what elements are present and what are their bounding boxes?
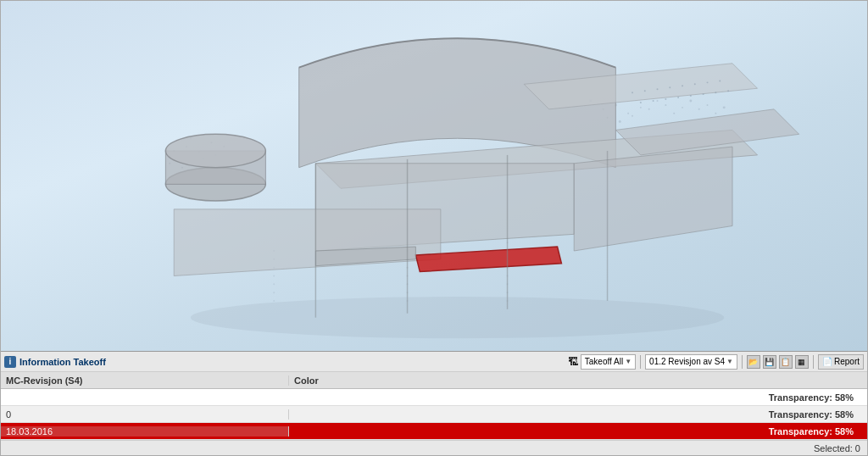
svg-point-61 — [657, 88, 659, 90]
svg-point-34 — [273, 300, 275, 302]
svg-point-32 — [273, 283, 275, 285]
revision-label: 01.2 Revisjon av S4 — [649, 357, 725, 366]
info-icon: i — [4, 356, 16, 368]
svg-point-33 — [273, 292, 275, 293]
table-header: MC-Revisjon (S4) Color — [1, 372, 867, 389]
selected-count: Selected: 0 — [814, 443, 860, 453]
svg-point-19 — [657, 100, 659, 102]
svg-point-69 — [665, 98, 666, 100]
svg-point-53 — [165, 134, 265, 167]
toolbar-right: 🏗 Takeoff All ▼ 01.2 Revisjon av S4 ▼ 📂 … — [568, 354, 864, 370]
report-label: Report — [834, 357, 860, 366]
svg-point-71 — [690, 95, 692, 97]
chevron-down-icon-2: ▼ — [726, 358, 733, 365]
copy-icon[interactable]: 📋 — [779, 355, 793, 369]
col1-header: MC-Revisjon (S4) — [1, 375, 289, 386]
col2-header: Color — [289, 375, 867, 386]
svg-point-17 — [632, 115, 633, 117]
report-icon: 📄 — [822, 357, 832, 366]
table-row: Transparency: 58% — [1, 389, 867, 406]
chevron-down-icon: ▼ — [625, 358, 632, 365]
toolbar-title-text: Information Takeoff — [19, 357, 106, 367]
row3-col1: 18.03.2016 — [1, 426, 289, 437]
takeoff-all-label: Takeoff All — [585, 357, 623, 366]
row3-transparency: Transparency: 58% — [769, 426, 862, 437]
svg-point-62 — [669, 86, 670, 88]
svg-point-23 — [689, 100, 692, 103]
svg-point-25 — [707, 104, 709, 106]
svg-point-24 — [698, 108, 700, 110]
toolbar-left: i Information Takeoff — [4, 356, 106, 368]
status-bar: Selected: 0 — [1, 440, 867, 455]
svg-point-21 — [673, 113, 675, 114]
takeoff-all-dropdown[interactable]: Takeoff All ▼ — [581, 354, 636, 370]
row1-col2: Transparency: 58% — [289, 392, 867, 403]
svg-point-18 — [648, 108, 650, 110]
svg-point-27 — [723, 106, 726, 108]
svg-point-22 — [682, 107, 683, 108]
svg-point-16 — [619, 120, 621, 123]
folder-open-icon[interactable]: 📂 — [747, 355, 760, 369]
row2-col1: 0 — [1, 409, 289, 420]
svg-point-63 — [682, 85, 683, 86]
app-container: Takeoff AI i Information Takeoff 🏗 Takeo… — [0, 0, 868, 456]
table-area: MC-Revisjon (S4) Color Transparency: 58%… — [1, 372, 867, 440]
svg-point-58 — [191, 297, 724, 338]
table-row: 18.03.2016 Transparency: 58% — [1, 423, 867, 440]
svg-point-26 — [715, 113, 716, 114]
svg-point-68 — [653, 100, 654, 102]
toolbar-row: i Information Takeoff 🏗 Takeoff All ▼ 01… — [1, 352, 867, 372]
svg-point-59 — [632, 92, 633, 93]
save-icon[interactable]: 💾 — [763, 355, 776, 369]
takeoff-icon: 🏗 — [568, 356, 578, 368]
svg-point-74 — [727, 90, 729, 92]
svg-point-70 — [677, 97, 679, 98]
svg-point-67 — [640, 102, 642, 103]
separator-3 — [813, 355, 814, 369]
row2-col2: Transparency: 58% — [289, 409, 867, 420]
svg-point-31 — [273, 275, 275, 277]
model-svg: Takeoff AI — [1, 1, 867, 351]
report-button[interactable]: 📄 Report — [818, 354, 864, 370]
svg-point-64 — [694, 83, 696, 85]
table-row: 0 Transparency: 58% — [1, 406, 867, 423]
svg-point-73 — [715, 92, 716, 93]
svg-point-60 — [644, 90, 646, 92]
svg-point-14 — [640, 107, 642, 108]
separator-1 — [640, 355, 641, 369]
svg-point-13 — [627, 113, 629, 114]
row1-transparency: Transparency: 58% — [769, 392, 862, 403]
row3-col2: Transparency: 58% — [289, 426, 867, 437]
svg-point-66 — [719, 80, 721, 81]
grid-icon[interactable]: ▦ — [795, 355, 809, 369]
revision-dropdown[interactable]: 01.2 Revisjon av S4 ▼ — [645, 354, 737, 370]
3d-viewport[interactable]: Takeoff AI — [1, 1, 867, 351]
bottom-panel: i Information Takeoff 🏗 Takeoff All ▼ 01… — [1, 351, 867, 455]
row2-transparency: Transparency: 58% — [769, 409, 862, 420]
separator-2 — [742, 355, 743, 369]
svg-point-65 — [707, 81, 709, 83]
svg-point-20 — [665, 104, 666, 106]
toolbar-title: i Information Takeoff — [4, 356, 106, 368]
svg-point-72 — [703, 93, 704, 95]
